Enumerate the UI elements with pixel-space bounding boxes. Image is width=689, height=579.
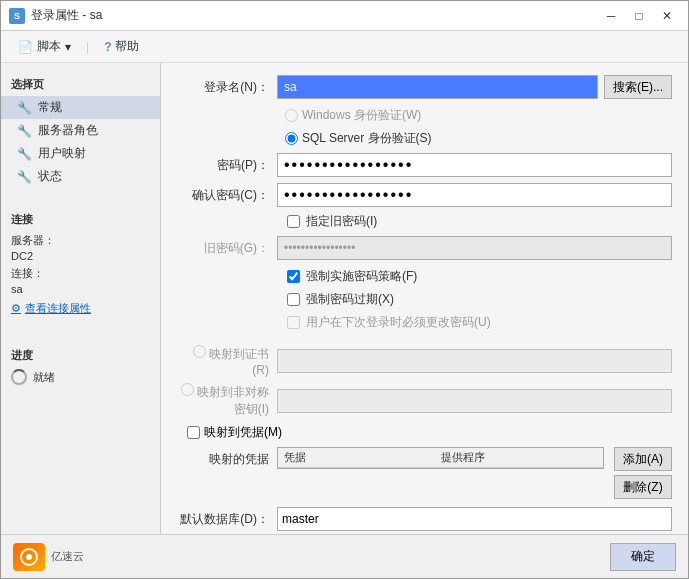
title-bar: S 登录属性 - sa ─ □ ✕ (1, 1, 688, 31)
app-icon: S (9, 8, 25, 24)
mapped-credentials-section: 映射的凭据 凭据 提供程序 添加(A) 删除(Z) (177, 447, 672, 499)
default-db-select[interactable]: master (277, 507, 672, 531)
script-button[interactable]: 📄 脚本 ▾ (11, 35, 78, 58)
ok-button[interactable]: 确定 (610, 543, 676, 571)
must-change-label: 用户在下次登录时必须更改密码(U) (306, 314, 491, 331)
search-button[interactable]: 搜索(E)... (604, 75, 672, 99)
map-to-key-row: 映射到非对称密钥(I) (177, 383, 672, 418)
login-name-input[interactable] (277, 75, 598, 99)
connection-name-label: 连接： (11, 266, 150, 281)
sidebar-item-status[interactable]: 🔧 状态 (1, 165, 160, 188)
enforce-policy-row: 强制实施密码策略(F) (177, 268, 672, 285)
default-db-row: 默认数据库(D)： master (177, 507, 672, 531)
windows-auth-radio (285, 109, 298, 122)
sql-auth-label: SQL Server 身份验证(S) (302, 130, 432, 147)
map-to-key-radio (181, 383, 194, 396)
credentials-table-wrapper: 凭据 提供程序 (277, 447, 604, 469)
sidebar-item-general[interactable]: 🔧 常规 (1, 96, 160, 119)
map-to-cert-row: 映射到证书(R) (177, 345, 672, 377)
credentials-header: 凭据 提供程序 (278, 448, 603, 468)
map-credential-checkbox-container: 映射到凭据(M) (177, 424, 287, 441)
maximize-button[interactable]: □ (626, 6, 652, 26)
view-connection-link[interactable]: ⚙ 查看连接属性 (11, 301, 150, 316)
old-password-input (277, 236, 672, 260)
specify-old-password-checkbox[interactable] (287, 215, 300, 228)
svg-point-1 (26, 554, 32, 560)
toolbar: 📄 脚本 ▾ | ? 帮助 (1, 31, 688, 63)
login-name-label: 登录名(N)： (177, 79, 277, 96)
script-icon: 📄 (18, 40, 33, 54)
specify-old-password-label: 指定旧密码(I) (306, 213, 377, 230)
map-to-credential-checkbox[interactable] (187, 426, 200, 439)
confirm-password-label: 确认密码(C)： (177, 187, 277, 204)
mapped-credentials-label: 映射的凭据 (177, 447, 277, 468)
help-icon: ? (104, 40, 111, 54)
map-to-cert-select (277, 349, 672, 373)
user-mapping-icon: 🔧 (17, 147, 32, 161)
server-value: DC2 (11, 250, 150, 262)
sidebar-item-user-mapping[interactable]: 🔧 用户映射 (1, 142, 160, 165)
map-to-cert-radio-label: 映射到证书(R) (177, 345, 277, 377)
connection-section: 连接 服务器： DC2 连接： sa ⚙ 查看连接属性 (1, 204, 160, 324)
link-icon: ⚙ (11, 302, 21, 315)
general-icon: 🔧 (17, 101, 32, 115)
password-input[interactable] (277, 153, 672, 177)
enforce-expiration-checkbox[interactable] (287, 293, 300, 306)
content-area: 选择页 🔧 常规 🔧 服务器角色 🔧 用户映射 🔧 状态 连接 服务器： DC2 (1, 63, 688, 534)
title-bar-controls: ─ □ ✕ (598, 6, 680, 26)
specify-old-password-row: 指定旧密码(I) (177, 213, 672, 230)
toolbar-separator: | (86, 40, 89, 54)
sidebar-item-server-roles[interactable]: 🔧 服务器角色 (1, 119, 160, 142)
enforce-expiration-row: 强制密码过期(X) (177, 291, 672, 308)
credentials-table: 凭据 提供程序 (277, 447, 604, 469)
map-to-key-select (277, 389, 672, 413)
main-form: 登录名(N)： 搜索(E)... Windows 身份验证(W) SQL Ser… (161, 63, 688, 534)
progress-status-text: 就绪 (33, 370, 55, 385)
brand-icon (13, 543, 45, 571)
progress-section: 进度 就绪 (1, 340, 160, 393)
enforce-policy-label: 强制实施密码策略(F) (306, 268, 417, 285)
windows-auth-row: Windows 身份验证(W) (177, 107, 672, 124)
window-title: 登录属性 - sa (31, 7, 102, 24)
old-password-label: 旧密码(G)： (177, 240, 277, 257)
brand-logo: 亿速云 (13, 543, 84, 571)
credentials-col2: 提供程序 (441, 450, 598, 465)
help-button[interactable]: ? 帮助 (97, 35, 146, 58)
map-to-credential-section: 映射到凭据(M) (177, 424, 672, 441)
credentials-col1: 凭据 (284, 450, 441, 465)
map-to-credential-label: 映射到凭据(M) (204, 424, 282, 441)
close-button[interactable]: ✕ (654, 6, 680, 26)
connection-title: 连接 (11, 212, 150, 227)
password-row: 密码(P)： (177, 153, 672, 177)
add-credential-button[interactable]: 添加(A) (614, 447, 672, 471)
windows-auth-label: Windows 身份验证(W) (302, 107, 421, 124)
footer-right: 确定 (610, 543, 676, 571)
map-to-cert-radio (193, 345, 206, 358)
sql-auth-row: SQL Server 身份验证(S) (177, 130, 672, 147)
credentials-buttons: 添加(A) 删除(Z) (608, 447, 672, 499)
server-roles-icon: 🔧 (17, 124, 32, 138)
confirm-password-row: 确认密码(C)： (177, 183, 672, 207)
select-page-title: 选择页 (1, 71, 160, 96)
sidebar: 选择页 🔧 常规 🔧 服务器角色 🔧 用户映射 🔧 状态 连接 服务器： DC2 (1, 63, 161, 534)
enforce-expiration-label: 强制密码过期(X) (306, 291, 394, 308)
confirm-password-input[interactable] (277, 183, 672, 207)
status-icon: 🔧 (17, 170, 32, 184)
map-to-key-radio-label: 映射到非对称密钥(I) (177, 383, 277, 418)
footer: 亿速云 确定 (1, 534, 688, 578)
minimize-button[interactable]: ─ (598, 6, 624, 26)
enforce-policy-checkbox[interactable] (287, 270, 300, 283)
remove-credential-button[interactable]: 删除(Z) (614, 475, 672, 499)
progress-spinner (11, 369, 27, 385)
brand-text: 亿速云 (51, 549, 84, 564)
password-label: 密码(P)： (177, 157, 277, 174)
title-bar-left: S 登录属性 - sa (9, 7, 102, 24)
default-db-label: 默认数据库(D)： (177, 511, 277, 528)
must-change-row: 用户在下次登录时必须更改密码(U) (177, 314, 672, 331)
server-label: 服务器： (11, 233, 150, 248)
old-password-row: 旧密码(G)： (177, 236, 672, 260)
main-window: S 登录属性 - sa ─ □ ✕ 📄 脚本 ▾ | ? 帮助 选择页 🔧 常规 (0, 0, 689, 579)
progress-title: 进度 (11, 348, 150, 363)
must-change-checkbox (287, 316, 300, 329)
sql-auth-radio[interactable] (285, 132, 298, 145)
